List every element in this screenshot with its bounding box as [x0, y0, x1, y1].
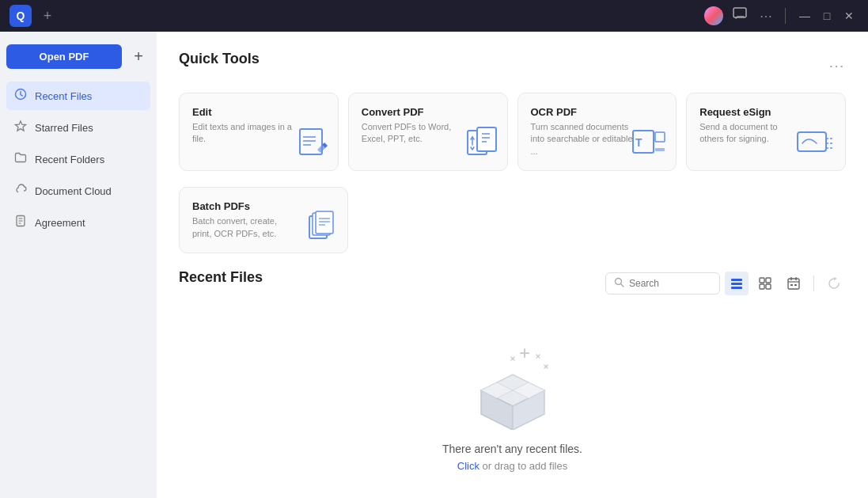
tool-edit-desc: Edit texts and images in a file. [192, 121, 295, 146]
search-icon [614, 277, 624, 290]
sidebar: Open PDF + Recent Files Starred Files [0, 32, 157, 498]
tool-esign-name: Request eSign [699, 106, 832, 118]
tool-convert-desc: Convert PDFs to Word, Excel, PPT, etc. [362, 121, 464, 146]
empty-message: There aren't any recent files. [442, 443, 582, 455]
close-button[interactable]: ✕ [840, 6, 859, 25]
empty-state: There aren't any recent files. Click or … [179, 311, 846, 488]
tool-edit-icon [297, 126, 328, 161]
svg-rect-40 [794, 284, 797, 286]
grid-view-button[interactable] [753, 272, 777, 295]
sidebar-item-agreement-label: Agreement [35, 217, 85, 229]
recent-files-icon [14, 88, 27, 104]
quick-tools-grid: Edit Edit texts and images in a file. Co… [179, 93, 846, 171]
sidebar-item-starred-files-label: Starred Files [35, 122, 93, 134]
app-logo[interactable]: Q [9, 5, 32, 27]
tool-card-request-esign[interactable]: Request eSign Send a document to others … [686, 93, 846, 171]
chat-icon[interactable] [730, 6, 750, 26]
svg-text:T: T [635, 136, 642, 149]
sidebar-item-recent-files-label: Recent Files [35, 90, 92, 102]
maximize-button[interactable]: □ [817, 6, 836, 25]
content-area: Quick Tools ⋯ Edit Edit texts and images… [157, 32, 868, 498]
tool-convert-name: Convert PDF [362, 106, 495, 118]
tool-convert-icon [466, 126, 498, 161]
svg-rect-14 [655, 132, 665, 142]
open-pdf-button[interactable]: Open PDF [6, 44, 122, 69]
quick-tools-title: Quick Tools [179, 51, 260, 67]
empty-state-icon [465, 343, 560, 430]
sidebar-actions: Open PDF + [6, 44, 150, 69]
tool-card-batch-pdfs[interactable]: Batch PDFs Batch convert, create, print,… [179, 187, 348, 253]
add-button[interactable]: + [127, 45, 150, 69]
recent-files-title: Recent Files [179, 269, 263, 286]
tool-batch-icon [308, 210, 338, 243]
svg-rect-11 [477, 127, 496, 151]
sidebar-item-starred-files[interactable]: Starred Files [6, 113, 150, 142]
calendar-view-button[interactable] [782, 272, 805, 295]
recent-files-tools [605, 272, 846, 295]
refresh-button[interactable] [822, 272, 846, 295]
sidebar-item-recent-files[interactable]: Recent Files [6, 82, 150, 110]
svg-rect-15 [655, 148, 665, 151]
document-cloud-icon [14, 183, 27, 199]
titlebar-right: ⋯ — □ ✕ [704, 6, 859, 26]
avatar[interactable] [704, 6, 723, 25]
empty-subtext: Click or drag to add files [457, 460, 567, 472]
more-options-icon[interactable]: ⋯ [756, 7, 775, 25]
minimize-button[interactable]: — [795, 6, 814, 25]
titlebar-separator [785, 8, 786, 24]
svg-line-27 [621, 284, 624, 287]
sidebar-item-recent-folders[interactable]: Recent Folders [6, 145, 150, 173]
svg-rect-30 [731, 287, 742, 289]
tool-esign-desc: Send a document to others for signing. [699, 121, 802, 146]
click-link[interactable]: Click [457, 460, 479, 472]
svg-rect-32 [766, 278, 771, 283]
tool-ocr-name: OCR PDF [531, 106, 664, 118]
svg-rect-22 [316, 211, 333, 234]
new-tab-button[interactable]: + [38, 6, 57, 25]
svg-rect-34 [766, 284, 771, 289]
svg-rect-0 [733, 8, 746, 17]
svg-rect-16 [798, 132, 826, 151]
search-box[interactable] [605, 272, 720, 295]
tool-card-ocr-pdf[interactable]: OCR PDF Turn scanned documents into sear… [517, 93, 677, 171]
agreement-icon [14, 215, 27, 230]
tool-batch-desc: Batch convert, create, print, OCR PDFs, … [192, 215, 295, 240]
tool-esign-icon [796, 126, 836, 161]
toolbar-separator [813, 276, 814, 291]
sidebar-item-agreement[interactable]: Agreement [6, 208, 150, 237]
sidebar-item-document-cloud[interactable]: Document Cloud [6, 177, 150, 205]
tool-card-convert-pdf[interactable]: Convert PDF Convert PDFs to Word, Excel,… [348, 93, 508, 171]
titlebar: Q + ⋯ — □ ✕ [0, 0, 868, 32]
main-layout: Open PDF + Recent Files Starred Files [0, 32, 868, 498]
window-controls: — □ ✕ [795, 6, 859, 25]
search-input[interactable] [629, 278, 711, 289]
tool-ocr-icon: T [631, 126, 666, 161]
recent-folders-icon [14, 151, 27, 167]
svg-rect-35 [788, 279, 799, 289]
recent-files-header: Recent Files [179, 269, 846, 298]
svg-rect-31 [760, 278, 764, 283]
sidebar-item-document-cloud-label: Document Cloud [35, 185, 112, 197]
tool-ocr-desc: Turn scanned documents into searchable o… [531, 121, 634, 158]
svg-rect-29 [731, 283, 742, 285]
tool-card-edit[interactable]: Edit Edit texts and images in a file. [179, 93, 339, 171]
svg-rect-39 [790, 284, 793, 286]
list-view-button[interactable] [725, 272, 749, 295]
sidebar-item-recent-folders-label: Recent Folders [35, 154, 104, 165]
quick-tools-more-button[interactable]: ⋯ [828, 56, 846, 75]
svg-rect-33 [760, 284, 764, 289]
starred-files-icon [14, 120, 27, 135]
tool-edit-name: Edit [192, 106, 325, 118]
svg-rect-28 [731, 279, 742, 281]
